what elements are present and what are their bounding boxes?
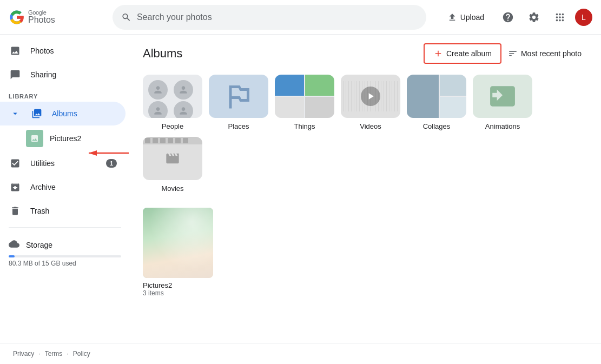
collage-cell-3 [440,97,466,118]
storage-bar-fill [9,255,15,257]
albums-header: Albums Create album Most recent photo [143,43,588,64]
category-card-people[interactable]: People [143,75,202,130]
places-thumb [209,75,268,118]
albums-title: Albums [143,47,424,61]
separator-2: · [67,350,68,358]
animations-thumb [473,75,532,118]
sidebar-item-trash[interactable]: Trash [0,199,126,223]
storage-bar-background [9,255,121,257]
sidebar-item-photos[interactable]: Photos [0,39,126,63]
create-album-label: Create album [446,49,492,58]
google-photos-logo[interactable]: Google Photos [9,9,106,25]
movies-thumb [143,137,202,180]
cloud-icon [9,239,19,251]
animations-label: Animations [485,122,520,130]
collage-cell-1 [407,75,439,118]
people-thumb [143,75,202,118]
category-card-things[interactable]: Things [275,75,334,130]
utilities-label: Utilities [30,159,55,168]
sidebar: Photos Sharing LIBRARY Albu [0,35,130,343]
album-card-pictures2[interactable]: Pictures2 3 items [143,208,213,297]
google-g-icon [9,9,25,25]
archive-label: Archive [30,183,56,191]
privacy-link[interactable]: Privacy [13,350,34,358]
chevron-down-icon [9,107,22,120]
sidebar-divider [9,227,121,228]
most-recent-button[interactable]: Most recent photo [501,44,588,63]
places-landscape-icon [222,80,255,112]
search-bar[interactable] [113,5,426,30]
content-area: Albums Create album Most recent photo [130,35,601,343]
create-album-button[interactable]: Create album [424,43,501,64]
plus-icon [433,49,443,58]
movies-inner [143,137,202,180]
sharing-icon [9,68,22,81]
collage-cell-2 [440,75,466,96]
things-cell-3 [275,97,304,118]
main-layout: Photos Sharing LIBRARY Albu [0,35,601,343]
videos-label: Videos [360,122,381,130]
apps-icon [554,11,566,23]
sidebar-item-sharing[interactable]: Sharing [0,63,126,87]
things-cell-2 [305,75,334,96]
category-card-collages[interactable]: Collages [407,75,466,130]
sidebar-item-utilities[interactable]: Utilities 1 [0,151,126,175]
logo-product: Photos [28,16,55,24]
photo-bg [143,208,213,278]
things-thumb [275,75,334,118]
gear-icon [528,11,540,23]
help-button[interactable] [497,6,519,28]
collages-label: Collages [423,122,451,130]
album-name: Pictures2 [143,281,213,289]
movie-icon [165,151,180,166]
album-thumbnail-pictures2 [143,208,213,278]
header-actions: Upload L [439,6,592,28]
sidebar-item-archive[interactable]: Archive [0,175,126,199]
pictures2-label: Pictures2 [50,134,81,143]
things-cell-4 [305,97,334,118]
apps-button[interactable] [549,6,571,28]
things-cell-1 [275,75,304,96]
album-count: 3 items [143,289,213,297]
upload-icon [447,12,457,22]
category-card-animations[interactable]: Animations [473,75,532,130]
album-grid: Pictures2 3 items [143,208,588,297]
trash-label: Trash [30,207,49,215]
category-grid: People Places [143,75,588,193]
app-header: Google Photos Upload [0,0,601,35]
albums-label: Albums [52,109,77,118]
archive-icon [9,181,22,194]
category-card-movies[interactable]: Movies [143,137,202,193]
footer: Privacy · Terms · Policy [0,343,601,364]
terms-link[interactable]: Terms [45,350,63,358]
search-input[interactable] [137,12,418,22]
settings-button[interactable] [523,6,545,28]
trash-icon [9,204,22,217]
separator-1: · [38,350,40,358]
places-label: Places [228,122,249,130]
things-label: Things [294,122,315,130]
category-card-places[interactable]: Places [209,75,268,130]
sidebar-item-albums[interactable]: Albums [0,102,126,125]
sort-icon [508,49,518,58]
utilities-badge: 1 [106,159,117,168]
sharing-label: Sharing [30,70,56,79]
sidebar-sub-item-pictures2[interactable]: Pictures2 [0,125,126,151]
avatar[interactable]: L [575,9,592,26]
videos-thumb [341,75,400,118]
filmstrip-top [143,137,202,144]
storage-usage-text: 80.3 MB of 15 GB used [9,260,121,267]
policy-link[interactable]: Policy [73,350,90,358]
utilities-icon [9,157,22,170]
collages-thumb [407,75,466,118]
movies-label: Movies [161,184,183,193]
person-circle-2 [174,80,193,100]
search-icon [121,12,131,23]
category-card-videos[interactable]: Videos [341,75,400,130]
albums-icon [30,107,43,120]
album-thumbnail-small [26,130,43,147]
storage-label-text: Storage [26,241,52,249]
storage-section: Storage 80.3 MB of 15 GB used [0,232,130,274]
person-circle-1 [148,80,168,100]
upload-button[interactable]: Upload [439,8,493,27]
